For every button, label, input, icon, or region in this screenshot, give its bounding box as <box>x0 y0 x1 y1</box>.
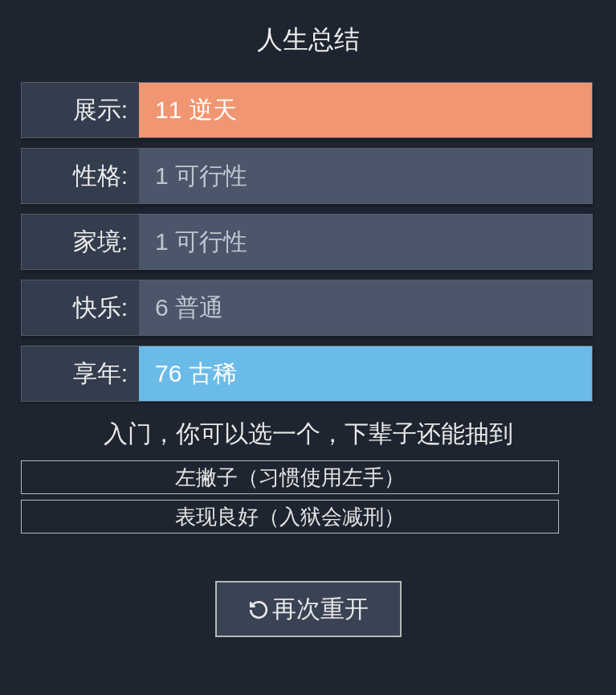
restart-icon <box>248 599 269 619</box>
stat-row: 享年: 76 古稀 <box>21 345 593 402</box>
stats-container[interactable]: 展示: 11 逆天 性格: 1 可行性 家境: 1 可行性 快乐: 6 普通 享… <box>21 82 595 403</box>
stat-value: 1 可行性 <box>139 215 592 269</box>
stat-value: 76 古稀 <box>139 346 592 401</box>
stat-value: 6 普通 <box>139 280 592 335</box>
page-title: 人生总结 <box>257 22 360 58</box>
stat-label: 快乐: <box>22 280 139 335</box>
stat-row: 家境: 1 可行性 <box>21 214 593 270</box>
stat-value: 1 可行性 <box>139 149 592 203</box>
talent-container[interactable]: 左撇子（习惯使用左手） 表现良好（入狱会减刑） <box>21 460 595 545</box>
restart-button-label: 再次重开 <box>272 593 369 626</box>
stat-value: 11 逆天 <box>139 83 592 137</box>
talent-section: 入门，你可以选一个，下辈子还能抽到 左撇子（习惯使用左手） 表现良好（入狱会减刑… <box>21 418 595 545</box>
talent-item[interactable]: 左撇子（习惯使用左手） <box>21 460 559 494</box>
stat-row: 展示: 11 逆天 <box>21 82 593 138</box>
restart-button[interactable]: 再次重开 <box>215 581 402 637</box>
stat-row: 快乐: 6 普通 <box>21 280 593 336</box>
stat-label: 享年: <box>22 346 139 401</box>
stat-label: 家境: <box>22 215 139 269</box>
stat-row: 性格: 1 可行性 <box>21 148 593 204</box>
talent-prompt: 入门，你可以选一个，下辈子还能抽到 <box>104 418 513 451</box>
stat-label: 性格: <box>22 149 139 203</box>
talent-item[interactable]: 表现良好（入狱会减刑） <box>21 500 559 534</box>
stat-label: 展示: <box>22 83 139 137</box>
